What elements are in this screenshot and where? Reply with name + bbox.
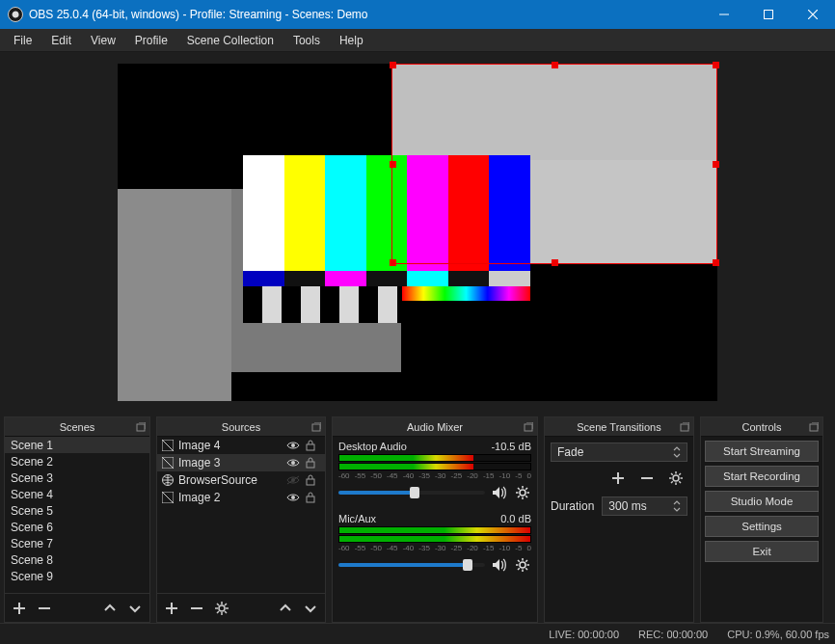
source-label: BrowserSource [178, 473, 283, 487]
meter-ticks: -60-55-50-45-40-35-30-25-20-15-10-50 [338, 471, 531, 480]
svg-point-19 [520, 562, 525, 568]
scene-item[interactable]: Scene 6 [5, 519, 149, 535]
sources-panel-header[interactable]: Sources [157, 417, 325, 437]
audio-meter [338, 535, 531, 543]
close-button[interactable] [791, 0, 835, 29]
transition-select[interactable]: Fade [551, 443, 687, 462]
lock-toggle[interactable] [306, 474, 321, 486]
updown-icon [673, 446, 681, 458]
transitions-panel: Scene Transitions Fade Duration 300 ms [544, 416, 694, 623]
duration-input[interactable]: 300 ms [602, 496, 687, 516]
panel-title: Scene Transitions [577, 421, 660, 433]
visibility-toggle[interactable] [286, 441, 302, 450]
source-item[interactable]: Image 2 [157, 489, 325, 506]
audio-mixer-panel: Audio Mixer Desktop Audio -10.5 dB -60-5… [332, 416, 538, 623]
move-scene-down-button[interactable] [124, 598, 146, 619]
visibility-toggle[interactable] [286, 458, 302, 468]
gear-icon[interactable] [514, 484, 531, 501]
sources-list: Image 4 Image 3 BrowserSource [157, 437, 325, 506]
popout-icon[interactable] [522, 420, 534, 433]
controls-header[interactable]: Controls [701, 417, 822, 437]
exit-button[interactable]: Exit [705, 541, 819, 562]
source-item[interactable]: Image 4 [157, 437, 325, 454]
menu-profile[interactable]: Profile [125, 29, 177, 51]
menu-file[interactable]: File [4, 29, 41, 51]
source-item[interactable]: Image 3 [157, 454, 325, 471]
scenes-toolbar [5, 593, 149, 622]
svg-rect-3 [312, 424, 320, 431]
move-source-up-button[interactable] [275, 598, 296, 619]
meter-ticks: -60-55-50-45-40-35-30-25-20-15-10-50 [338, 544, 531, 552]
audio-meter [338, 454, 531, 462]
settings-button[interactable]: Settings [705, 516, 819, 537]
gear-icon[interactable] [514, 556, 531, 574]
menu-edit[interactable]: Edit [41, 29, 81, 51]
start-streaming-button[interactable]: Start Streaming [705, 441, 819, 462]
add-source-button[interactable] [161, 598, 182, 619]
svg-rect-1 [765, 11, 773, 19]
transition-current: Fade [557, 445, 583, 459]
speaker-icon[interactable] [491, 484, 508, 501]
menu-scene-collection[interactable]: Scene Collection [177, 29, 283, 51]
menu-view[interactable]: View [81, 29, 125, 51]
sources-toolbar [157, 593, 325, 622]
svg-rect-20 [681, 424, 688, 431]
move-source-down-button[interactable] [300, 598, 321, 619]
maximize-button[interactable] [746, 0, 791, 29]
lock-toggle[interactable] [306, 492, 321, 503]
add-transition-button[interactable] [606, 468, 630, 489]
lock-toggle[interactable] [306, 457, 321, 469]
mixer-channel-mic-aux: Mic/Aux 0.0 dB -60-55-50-45-40-35-30-25-… [338, 513, 531, 574]
scene-item[interactable]: Scene 1 [5, 437, 149, 453]
menu-help[interactable]: Help [330, 29, 373, 51]
studio-mode-button[interactable]: Studio Mode [705, 491, 819, 512]
docks-row: Scenes Scene 1 Scene 2 Scene 3 Scene 4 S… [0, 413, 835, 623]
visibility-toggle[interactable] [286, 475, 302, 485]
lock-toggle[interactable] [306, 440, 321, 451]
preview-canvas[interactable] [118, 64, 717, 401]
status-cpu: CPU: 0.9%, 60.00 fps [727, 629, 829, 640]
scene-item[interactable]: Scene 5 [5, 502, 149, 519]
window-titlebar: OBS 25.0.4 (64-bit, windows) - Profile: … [0, 0, 835, 29]
audio-meter [338, 526, 531, 534]
window-title: OBS 25.0.4 (64-bit, windows) - Profile: … [29, 8, 367, 21]
scenes-panel-header[interactable]: Scenes [5, 417, 149, 437]
visibility-toggle[interactable] [286, 493, 302, 502]
menubar: File Edit View Profile Scene Collection … [0, 29, 835, 52]
menu-tools[interactable]: Tools [283, 29, 330, 51]
scenes-list: Scene 1 Scene 2 Scene 3 Scene 4 Scene 5 … [5, 437, 149, 584]
audio-meter [338, 463, 531, 470]
remove-transition-button[interactable] [635, 468, 659, 489]
scene-item[interactable]: Scene 7 [5, 535, 149, 551]
start-recording-button[interactable]: Start Recording [705, 466, 819, 487]
popout-icon[interactable] [134, 420, 147, 433]
panel-title: Controls [742, 421, 782, 433]
svg-rect-6 [307, 444, 314, 450]
source-item[interactable]: BrowserSource [157, 471, 325, 489]
panel-title: Scenes [60, 421, 95, 433]
popout-icon[interactable] [678, 420, 690, 433]
globe-icon [161, 473, 175, 487]
remove-source-button[interactable] [186, 598, 207, 619]
volume-slider[interactable] [338, 563, 485, 567]
add-scene-button[interactable] [9, 598, 30, 619]
transition-settings-button[interactable] [664, 468, 687, 489]
popout-icon[interactable] [807, 420, 820, 433]
scene-item[interactable]: Scene 8 [5, 551, 149, 568]
scene-item[interactable]: Scene 3 [5, 470, 149, 486]
image-icon [161, 491, 175, 504]
scene-item[interactable]: Scene 4 [5, 486, 149, 502]
source-properties-button[interactable] [211, 598, 232, 619]
volume-slider[interactable] [338, 491, 485, 495]
scene-item[interactable]: Scene 9 [5, 568, 149, 584]
move-scene-up-button[interactable] [99, 598, 121, 619]
transitions-header[interactable]: Scene Transitions [545, 417, 693, 437]
audio-mixer-header[interactable]: Audio Mixer [333, 417, 537, 437]
panel-title: Sources [222, 421, 260, 433]
minimize-button[interactable] [702, 0, 746, 29]
speaker-icon[interactable] [491, 556, 508, 574]
scene-item[interactable]: Scene 2 [5, 453, 149, 470]
source-selection-box[interactable] [391, 64, 717, 264]
remove-scene-button[interactable] [34, 598, 55, 619]
popout-icon[interactable] [310, 420, 322, 433]
